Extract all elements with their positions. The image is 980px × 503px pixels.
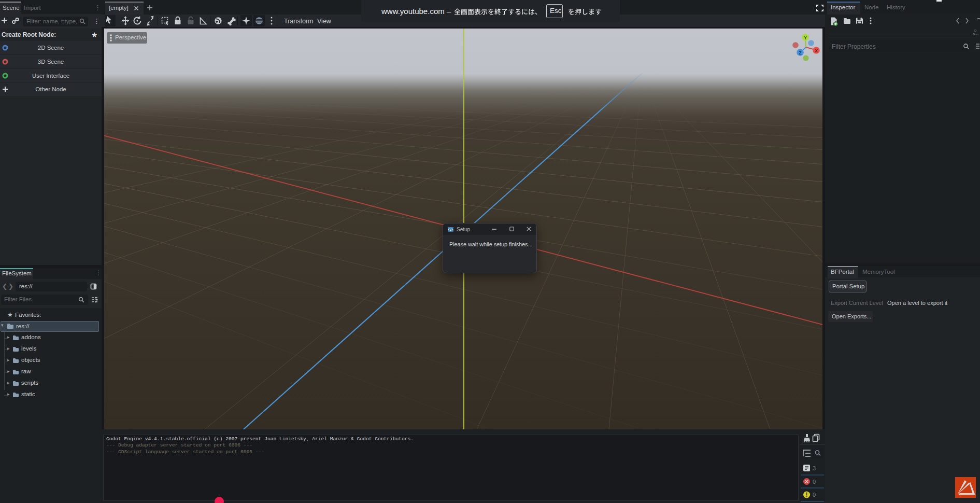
svg-text:Transform: Transform <box>284 18 314 25</box>
svg-text:Y: Y <box>804 35 807 40</box>
svg-text:Boo: Boo <box>973 33 978 36</box>
svg-text:0: 0 <box>813 479 816 485</box>
svg-text:D: D <box>974 29 977 32</box>
svg-text:View: View <box>317 18 332 25</box>
svg-text:3: 3 <box>813 465 816 471</box>
svg-text:X: X <box>815 48 818 53</box>
svg-text:0: 0 <box>813 492 816 498</box>
svg-text:Z: Z <box>799 50 801 55</box>
